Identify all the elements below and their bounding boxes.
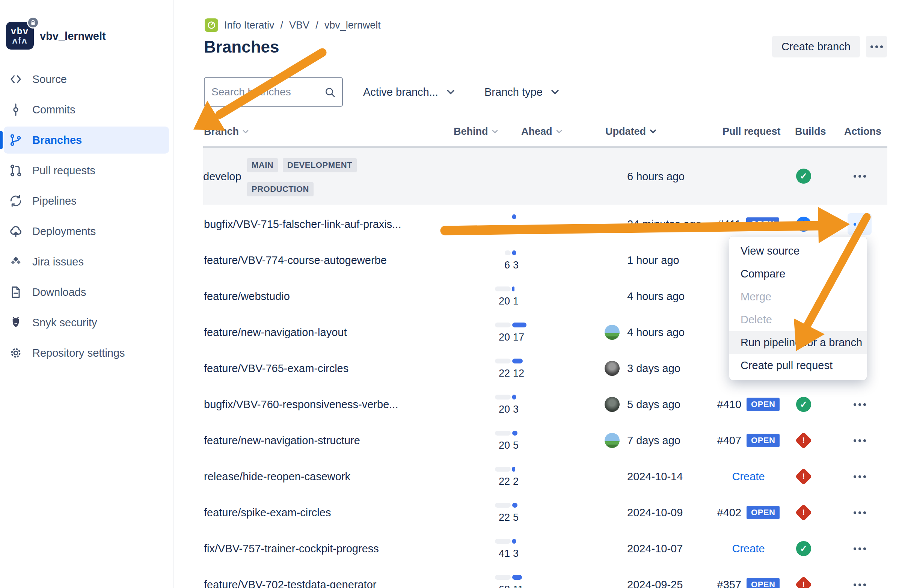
- sidebar-item-repository-settings[interactable]: Repository settings: [0, 338, 174, 368]
- create-branch-button[interactable]: Create branch: [772, 35, 860, 57]
- build-status[interactable]: ✓: [792, 386, 815, 423]
- row-actions-button[interactable]: [848, 394, 871, 415]
- menu-item-view-source[interactable]: View source: [729, 239, 867, 262]
- branch-name[interactable]: feature/VBV-774-course-autogewerbe: [204, 254, 387, 267]
- ellipsis-icon: [854, 403, 866, 406]
- sidebar-item-pipelines[interactable]: Pipelines: [0, 186, 174, 216]
- row-actions: [847, 494, 872, 531]
- behind-bar: [495, 467, 511, 472]
- pull-request-number[interactable]: #402: [717, 506, 741, 519]
- breadcrumb-project[interactable]: Info Iterativ: [224, 20, 275, 31]
- pull-request-number[interactable]: #357: [717, 579, 741, 588]
- branch-name[interactable]: feature/new-navigation-layout: [204, 326, 347, 339]
- sidebar-item-source[interactable]: Source: [0, 64, 174, 94]
- build-status[interactable]: !: [792, 494, 815, 531]
- build-status[interactable]: ✓: [792, 531, 815, 566]
- branch-type-filter[interactable]: Branch type: [484, 77, 559, 106]
- pull-request-number[interactable]: #410: [717, 398, 741, 411]
- branch-name[interactable]: feature/VBV-765-exam-circles: [204, 362, 349, 375]
- ahead-bar: [512, 467, 515, 472]
- branch-badge-development: DEVELOPMENT: [283, 158, 357, 172]
- behind-count: 20: [499, 332, 510, 343]
- pull-request-number[interactable]: #407: [717, 434, 741, 447]
- pull-request-number[interactable]: #411: [718, 218, 741, 230]
- build-status[interactable]: !: [792, 423, 815, 458]
- table-row[interactable]: feature/spike-exam-circles2252024-10-09#…: [204, 494, 887, 531]
- pull-request-status-badge: OPEN: [746, 398, 780, 411]
- column-header-behind[interactable]: Behind: [454, 124, 498, 139]
- sort-chevron-icon: [556, 130, 562, 134]
- row-actions-button[interactable]: [848, 213, 871, 235]
- active-branches-filter[interactable]: Active branch...: [363, 77, 455, 106]
- updated-time: 1 hour ago: [627, 254, 679, 267]
- table-row[interactable]: feature/VBV-702-testdata-generator681120…: [204, 566, 887, 588]
- branch-name[interactable]: bugfix/VBV-760-responsiveness-verbe...: [204, 398, 398, 411]
- row-actions-button[interactable]: [848, 574, 871, 588]
- branch-name[interactable]: bugfix/VBV-715-falscher-link-auf-praxis.…: [204, 218, 401, 230]
- table-row[interactable]: release/hide-reopen-casework2222024-10-1…: [204, 458, 887, 494]
- column-header-branch[interactable]: Branch: [204, 124, 249, 139]
- behind-count: 41: [499, 548, 510, 559]
- avatar: [605, 469, 619, 484]
- sidebar-item-jira-issues[interactable]: Jira issues: [0, 247, 174, 277]
- row-actions-button[interactable]: [848, 502, 871, 523]
- row-actions-button[interactable]: [848, 165, 871, 187]
- table-row[interactable]: bugfix/VBV-760-responsiveness-verbe...20…: [204, 386, 887, 423]
- ahead-count: 2: [513, 476, 519, 488]
- build-failed-icon: !: [795, 468, 812, 485]
- avatar: [605, 253, 619, 268]
- table-row-develop[interactable]: develop MAIN DEVELOPMENT PRODUCTION 6 ho…: [203, 147, 887, 205]
- avatar: [605, 361, 619, 376]
- table-row[interactable]: feature/new-navigation-structure2057 day…: [204, 423, 887, 458]
- ahead-count: 17: [513, 332, 524, 343]
- branch-name[interactable]: feature/VBV-702-testdata-generator: [204, 579, 376, 588]
- sidebar: vbv ʌfʌ vbv_lernwelt Source Commits Bran…: [0, 0, 174, 588]
- avatar: [605, 433, 619, 448]
- branch-name[interactable]: feature/webstudio: [204, 290, 290, 302]
- table-row[interactable]: fix/VBV-757-trainer-cockpit-progress4132…: [204, 531, 887, 566]
- sidebar-item-downloads[interactable]: Downloads: [0, 277, 174, 307]
- build-status[interactable]: ✓: [792, 148, 815, 205]
- behind-bar: [495, 575, 511, 580]
- menu-item-run-pipeline-for-a-branch[interactable]: Run pipeline for a branch: [729, 331, 867, 354]
- row-actions-button[interactable]: [848, 429, 871, 451]
- column-header-label: Updated: [606, 126, 646, 137]
- pull-request-status-badge: OPEN: [746, 506, 780, 519]
- behind-count: 20: [499, 295, 510, 307]
- sidebar-item-commits[interactable]: Commits: [0, 95, 174, 125]
- branch-name[interactable]: feature/spike-exam-circles: [204, 506, 331, 519]
- avatar: [605, 289, 619, 304]
- sort-chevron-icon: [243, 130, 249, 134]
- header-more-button[interactable]: [866, 35, 887, 57]
- branch-name[interactable]: fix/VBV-757-trainer-cockpit-progress: [204, 543, 379, 555]
- search-box: [204, 77, 343, 106]
- sidebar-item-branches[interactable]: Branches: [0, 125, 174, 155]
- source-icon: [8, 72, 23, 87]
- column-header-ahead[interactable]: Ahead: [521, 124, 562, 139]
- updated-time: 4 hours ago: [627, 326, 684, 339]
- sort-chevron-icon: [492, 130, 498, 134]
- row-actions-button[interactable]: [848, 538, 871, 559]
- branch-name[interactable]: release/hide-reopen-casework: [204, 471, 351, 483]
- search-input[interactable]: [212, 78, 320, 106]
- branch-name[interactable]: feature/new-navigation-structure: [204, 434, 360, 447]
- breadcrumb-workspace[interactable]: VBV: [289, 20, 309, 31]
- breadcrumb-repo[interactable]: vbv_lernwelt: [324, 20, 381, 31]
- sidebar-item-pull-requests[interactable]: Pull requests: [0, 156, 174, 185]
- create-pull-request-link[interactable]: Create: [732, 471, 765, 483]
- row-actions-button[interactable]: [848, 466, 871, 488]
- bitbucket-branches-page: vbv ʌfʌ vbv_lernwelt Source Commits Bran…: [0, 0, 899, 588]
- sidebar-item-snyk-security[interactable]: Snyk security: [0, 307, 174, 338]
- build-status[interactable]: !: [792, 566, 815, 588]
- menu-item-compare[interactable]: Compare: [729, 262, 867, 286]
- create-pull-request-link[interactable]: Create: [732, 543, 765, 555]
- branch-name[interactable]: develop: [203, 170, 241, 183]
- column-header-updated[interactable]: Updated: [606, 124, 656, 139]
- sidebar-item-deployments[interactable]: Deployments: [0, 216, 174, 246]
- menu-item-create-pull-request[interactable]: Create pull request: [729, 354, 867, 377]
- repository-settings-icon: [8, 346, 23, 360]
- ahead-bar: [512, 215, 516, 219]
- ellipsis-icon: [854, 475, 866, 478]
- repo-title: vbv_lernwelt: [40, 30, 106, 42]
- build-status[interactable]: !: [792, 458, 815, 494]
